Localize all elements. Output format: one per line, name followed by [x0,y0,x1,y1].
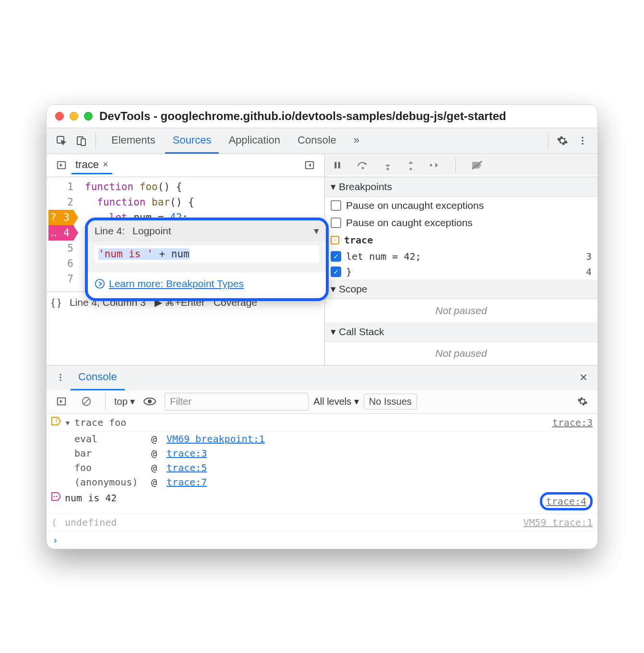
inspect-icon[interactable] [51,131,72,151]
gutter-logpoint-line4[interactable]: ‥4 [48,225,73,241]
svg-rect-8 [334,162,336,168]
dropdown-caret-icon[interactable] [314,225,319,237]
step-out-icon[interactable] [404,155,418,175]
stack-link[interactable]: trace:3 [167,447,207,459]
stack-link[interactable]: VM69 breakpoint:1 [167,433,265,445]
console-toolbar: top ▾ Filter All levels ▾ No Issues [47,390,597,414]
debugger-controls [325,155,597,175]
breakpoint-checkbox[interactable]: ✓ [331,266,341,277]
svg-text:?: ? [55,418,58,424]
breakpoints-pane-header[interactable]: ▾ Breakpoints [325,177,597,197]
device-toggle-icon[interactable] [72,131,92,151]
close-window-button[interactable] [55,112,64,121]
tab-application[interactable]: Application [221,128,288,154]
breakpoint-type-select[interactable]: Logpoint [132,225,171,237]
console-filter-input[interactable]: Filter [165,393,309,411]
live-expression-icon[interactable] [140,391,160,411]
svg-rect-2 [81,139,85,145]
logpoint-line-label: Line 4: [95,225,125,237]
step-icon[interactable] [427,155,443,175]
console-settings-icon[interactable] [572,391,593,411]
conditional-bp-badge-icon: ◦ [331,236,339,244]
settings-icon[interactable] [552,131,572,151]
svg-point-25 [54,496,55,497]
tab-console[interactable]: Console [290,128,344,154]
gutter[interactable]: 1 2 ?3 ‥4 5 6 7 [47,177,80,289]
file-tab-trace[interactable]: trace × [72,157,112,174]
step-into-icon[interactable] [381,155,395,175]
svg-point-5 [582,143,584,145]
svg-point-16 [60,374,61,375]
titlebar: DevTools - googlechrome.github.io/devtoo… [47,105,597,128]
window-title: DevTools - googlechrome.github.io/devtoo… [99,109,506,123]
svg-point-15 [95,279,104,288]
breakpoint-item-1[interactable]: ✓ let num = 42;3 [325,249,597,264]
code-editor[interactable]: 1 2 ?3 ‥4 5 6 7 function foo() { functio… [47,177,325,365]
minimize-window-button[interactable] [70,112,78,121]
callstack-pane-header[interactable]: ▾ Call Stack [325,322,597,342]
step-over-icon[interactable] [354,155,372,175]
stack-link[interactable]: trace:7 [167,476,207,488]
breakpoint-item-2[interactable]: ✓ }4 [325,264,597,279]
svg-point-3 [582,137,584,139]
drawer-close-icon[interactable]: × [573,367,594,387]
stack-link[interactable]: trace:5 [167,462,207,473]
console-sidebar-toggle-icon[interactable] [51,391,72,411]
drawer-menu-icon[interactable] [50,367,71,387]
svg-point-10 [362,167,364,169]
navigator-toggle-icon[interactable] [51,155,72,175]
svg-line-21 [84,399,89,404]
learn-more-link[interactable]: Learn more: Breakpoint Types [109,278,244,290]
source-link-highlighted[interactable]: trace:4 [546,496,586,507]
pause-icon[interactable] [330,155,345,175]
pause-uncaught-checkbox[interactable]: Pause on uncaught exceptions [325,197,597,214]
svg-point-23 [148,399,152,403]
gutter-breakpoint-line3[interactable]: ?3 [48,210,73,225]
deactivate-breakpoints-icon[interactable] [468,155,486,175]
logpoint-badge-icon [51,492,61,501]
pause-caught-checkbox[interactable]: Pause on caught exceptions [325,214,597,231]
panel-tabs: Elements Sources Application Console » [104,128,367,154]
console-log-row: num is 42 trace:4 [47,489,597,514]
console-trace-group[interactable]: ? ▾ trace foo trace:3 [47,414,597,432]
main-toolbar: Elements Sources Application Console » [47,128,597,154]
stack-trace: eval@ VM69 breakpoint:1 bar@ trace:3 foo… [47,432,597,489]
devtools-window: DevTools - googlechrome.github.io/devtoo… [46,104,598,549]
scope-not-paused: Not paused [325,299,597,322]
tab-elements[interactable]: Elements [104,128,163,154]
window-controls [55,112,93,121]
pretty-print-button[interactable]: { } [51,297,61,308]
more-tabs-icon[interactable] [299,155,320,175]
issues-button[interactable]: No Issues [364,394,417,410]
console-output: ? ▾ trace foo trace:3 eval@ VM69 breakpo… [47,414,597,549]
drawer-tabs: Console × [47,365,597,390]
svg-point-13 [430,164,432,167]
kebab-menu-icon[interactable] [572,131,593,151]
svg-rect-9 [338,162,340,168]
arrow-right-circle-icon [95,278,105,289]
logpoint-expression-input[interactable]: 'num is ' + num [95,245,319,263]
console-prompt[interactable]: › [47,532,597,549]
close-tab-icon[interactable]: × [103,159,108,170]
tab-sources[interactable]: Sources [165,128,219,154]
context-selector[interactable]: top ▾ [114,396,135,407]
drawer-tab-console[interactable]: Console [71,365,125,390]
log-levels-select[interactable]: All levels ▾ [313,396,358,407]
scope-pane-header[interactable]: ▾ Scope [325,279,597,299]
console-result-row: ⟨ undefined VM59 trace:1 [47,514,597,532]
tab-more[interactable]: » [346,128,367,154]
svg-point-4 [582,140,584,142]
logpoint-editor-popup: Line 4: Logpoint 'num is ' + num Learn m… [85,218,329,301]
svg-point-12 [410,168,412,170]
zoom-window-button[interactable] [84,112,93,121]
svg-point-11 [387,168,389,170]
callstack-not-paused: Not paused [325,342,597,365]
breakpoint-checkbox[interactable]: ✓ [331,251,341,262]
debugger-sidebar: ▾ Breakpoints Pause on uncaught exceptio… [325,177,597,365]
source-link[interactable]: VM59 trace:1 [524,517,593,528]
source-link[interactable]: trace:3 [552,417,593,428]
breakpoint-group-trace[interactable]: ◦ trace [325,231,597,249]
file-tab-label: trace [75,158,99,171]
clear-console-icon[interactable] [76,391,96,411]
svg-point-26 [56,496,58,497]
